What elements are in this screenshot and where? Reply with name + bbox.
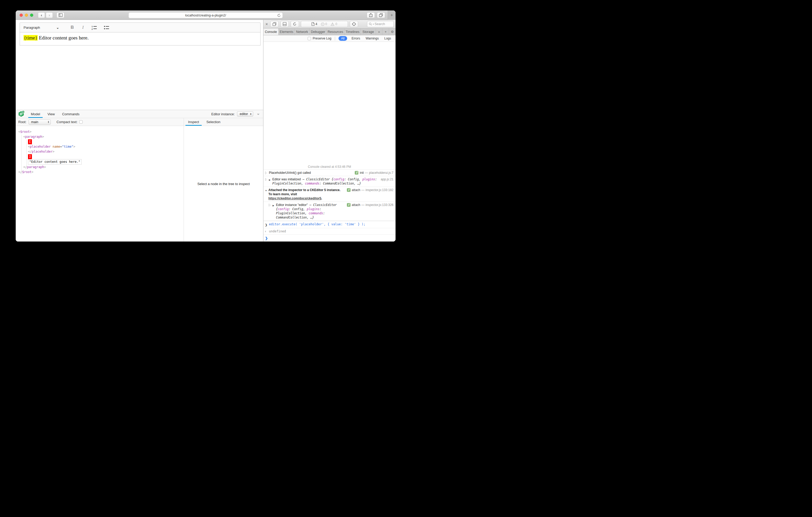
select-stepper-icon: ▲▼ xyxy=(48,121,49,123)
devtools-tab-elements[interactable]: Elements xyxy=(279,29,295,35)
filter-warnings[interactable]: Warnings xyxy=(365,36,380,41)
devtools-tab-timelines[interactable]: Timelines xyxy=(345,29,361,35)
element-picker-button[interactable] xyxy=(350,21,358,27)
reload-button[interactable] xyxy=(277,13,281,18)
tree-text-node[interactable]: "Editor content goes here." xyxy=(18,159,184,165)
italic-button[interactable]: I xyxy=(82,25,84,30)
tree-selection-end-marker: ] xyxy=(18,154,184,159)
paragraph-dropdown[interactable]: Paragraph xyxy=(24,26,40,30)
tree-node-root-close[interactable]: </$root> xyxy=(18,170,184,175)
ckeditor-toolbar: Paragraph ⌄ B I 12 xyxy=(20,23,261,32)
tree-selection-start-marker: [ xyxy=(18,139,184,144)
editor-instance-select[interactable]: editor ▲▼ xyxy=(237,111,253,117)
add-tab-button[interactable]: + xyxy=(382,29,389,35)
tree-node-paragraph-close[interactable]: </paragraph> xyxy=(18,165,184,170)
tree-node-placeholder-close[interactable]: </placeholder> xyxy=(18,149,184,154)
bold-button[interactable]: B xyxy=(70,25,74,30)
console-prompt[interactable]: ❯ xyxy=(263,235,396,242)
svg-text:5: 5 xyxy=(23,111,24,113)
preserve-log-checkbox[interactable] xyxy=(308,37,311,40)
console-filter-bar: Preserve Log All Errors Warnings Logs xyxy=(263,35,396,42)
devtools-tab-debugger[interactable]: Debugger xyxy=(310,29,326,35)
detach-devtools-button[interactable] xyxy=(270,21,279,27)
issues-summary[interactable]: 4 0 0 xyxy=(301,21,348,27)
web-inspector: ✕ 4 0 xyxy=(263,20,396,242)
tab-overview-button[interactable] xyxy=(377,12,385,18)
numbered-list-button[interactable]: 12 xyxy=(92,25,97,30)
source-link[interactable]: f attach — inspector.js:133:182 xyxy=(347,188,394,192)
console-executed-command[interactable]: ❯ editor.execute( 'placeholder', { value… xyxy=(263,221,396,228)
log-level-icon xyxy=(269,203,272,207)
model-tree: <$root> <paragraph> [ <placeholder name=… xyxy=(16,126,184,242)
dock-side-button[interactable] xyxy=(281,21,289,27)
filter-logs[interactable]: Logs xyxy=(383,36,392,41)
svg-text:1: 1 xyxy=(92,25,93,28)
close-window-button[interactable] xyxy=(20,13,23,17)
tree-node-placeholder-open[interactable]: <placeholder name="time"> xyxy=(18,144,184,149)
zoom-window-button[interactable] xyxy=(30,13,33,17)
source-link[interactable]: f init — placeholderui.js:7 xyxy=(355,171,394,175)
close-devtools-button[interactable]: ✕ xyxy=(265,22,268,26)
ckeditor-inspector-panel: 5 Model View Commands Editor instance: e… xyxy=(16,110,263,242)
disclosure-triangle-icon[interactable]: ▶ xyxy=(272,203,276,208)
minimize-window-button[interactable] xyxy=(25,13,28,17)
source-link[interactable]: app.js:21 xyxy=(381,177,394,181)
console-message[interactable]: ▼ Attached the inspector to a CKEditor 5… xyxy=(263,187,396,202)
tab-overflow-button[interactable]: » xyxy=(376,29,382,35)
sidebar-toggle-button[interactable] xyxy=(57,12,64,18)
editor-instance-label: Editor instance: xyxy=(211,112,235,116)
function-icon: f xyxy=(355,171,358,175)
search-placeholder: Search xyxy=(375,22,385,26)
reload-page-button[interactable] xyxy=(291,21,299,27)
devtools-tab-resources[interactable]: Resources xyxy=(326,29,345,35)
new-tab-button[interactable]: + xyxy=(388,10,396,20)
tab-view[interactable]: View xyxy=(44,110,58,118)
detach-icon xyxy=(272,22,276,26)
editor-content-area[interactable]: {time} Editor content goes here. xyxy=(20,32,261,45)
tab-commands[interactable]: Commands xyxy=(58,110,83,118)
root-value: main xyxy=(31,120,38,124)
console-result[interactable]: ‹ undefined xyxy=(263,228,396,235)
root-label: Root: xyxy=(18,120,26,124)
address-bar[interactable]: localhost/creating-a-plugin2/ xyxy=(128,12,283,18)
devtools-tab-storage[interactable]: Storage xyxy=(361,29,376,35)
prompt-icon: ❯ xyxy=(265,236,269,240)
tree-node-root-open[interactable]: <$root> xyxy=(18,129,184,134)
devtools-tab-console[interactable]: Console xyxy=(263,29,279,35)
inspect-empty-state: Select a node in the tree to inspect xyxy=(184,126,263,242)
devtools-tab-network[interactable]: Network xyxy=(295,29,310,35)
share-button[interactable] xyxy=(367,12,375,18)
compact-text-label: Compact text: xyxy=(57,120,78,124)
page-resource-count: 4 xyxy=(312,22,317,26)
collapse-inspector-button[interactable]: ⌄ xyxy=(257,111,260,116)
subtab-selection[interactable]: Selection xyxy=(203,118,224,126)
console-message[interactable]: ▶ Editor was initialized – ClassicEditor… xyxy=(263,176,396,187)
tree-node-paragraph-open[interactable]: <paragraph> xyxy=(18,134,184,139)
filter-all[interactable]: All xyxy=(339,36,347,41)
source-link[interactable]: f attach — inspector.js:133:326 xyxy=(347,203,394,207)
disclosure-triangle-icon[interactable]: ▼ xyxy=(265,188,268,193)
filter-errors[interactable]: Errors xyxy=(351,36,361,41)
root-select[interactable]: main ▲▼ xyxy=(29,119,51,125)
chevron-down-icon[interactable]: ⌄ xyxy=(56,26,59,30)
console-message[interactable]: PlaceholderUI#init() got called f init —… xyxy=(263,170,396,176)
bulleted-list-button[interactable] xyxy=(104,25,109,30)
disclosure-triangle-icon[interactable]: ▶ xyxy=(269,177,272,182)
browser-window: ‹ › localhost/creating-a-plugin2/ xyxy=(16,10,396,242)
devtools-search-input[interactable]: ▾ Search xyxy=(367,21,394,27)
subtab-inspect[interactable]: Inspect xyxy=(184,118,203,126)
tab-model[interactable]: Model xyxy=(27,110,44,118)
placeholder-widget[interactable]: {time} xyxy=(24,35,38,40)
forward-button[interactable]: › xyxy=(46,12,53,18)
compact-text-checkbox[interactable] xyxy=(79,120,83,124)
dock-icon xyxy=(283,22,286,26)
editor-text: Editor content goes here. xyxy=(38,35,89,40)
devtools-settings-button[interactable]: ⚙ xyxy=(389,29,396,35)
titlebar: ‹ › localhost/creating-a-plugin2/ xyxy=(16,10,396,20)
search-icon xyxy=(369,23,372,26)
back-button[interactable]: ‹ xyxy=(38,12,45,18)
console-message[interactable]: ▶ Editor instance "editor" – ClassicEdit… xyxy=(263,202,396,221)
divider xyxy=(335,37,335,40)
forward-icon: › xyxy=(49,13,50,17)
result-arrow-icon: ‹ xyxy=(265,229,269,234)
